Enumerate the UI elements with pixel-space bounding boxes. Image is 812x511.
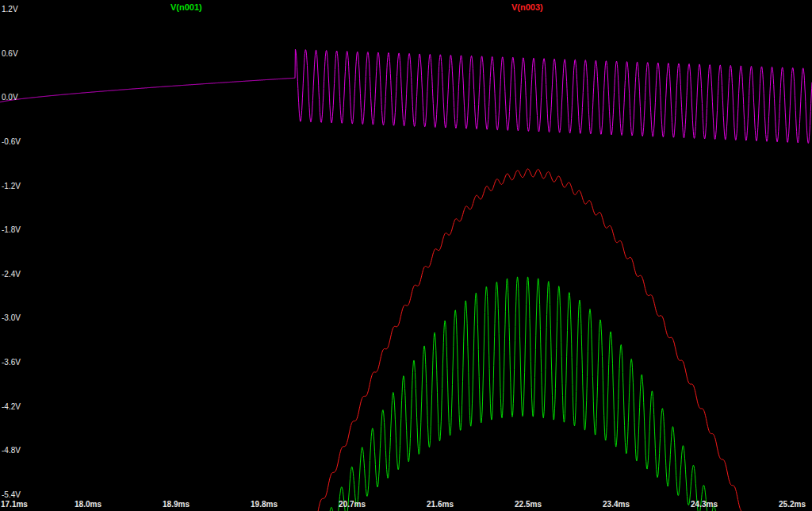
- x-axis-tick-label: 23.4ms: [603, 500, 630, 509]
- y-axis-tick-label: -2.4V: [2, 270, 21, 279]
- x-axis-tick-label: 20.7ms: [339, 500, 366, 509]
- y-axis-tick-label: -4.8V: [2, 446, 21, 455]
- legend-label-vn003[interactable]: V(n003): [511, 2, 543, 12]
- legend-label-vn001[interactable]: V(n001): [170, 2, 202, 12]
- waveform-viewer: V(n001) V(n003) 1.2V0.6V0.0V-0.6V-1.2V-1…: [0, 0, 812, 511]
- y-axis-tick-label: -5.4V: [2, 490, 21, 500]
- y-axis-tick-label: 0.0V: [2, 93, 18, 102]
- x-axis-tick-label: 18.0ms: [75, 500, 102, 509]
- x-axis-tick-label: 24.3ms: [691, 500, 718, 509]
- y-axis-tick-label: 0.6V: [2, 49, 18, 59]
- y-axis-tick-label: -3.6V: [2, 358, 21, 367]
- y-axis-tick-label: -0.6V: [2, 137, 21, 147]
- y-axis-tick-label: -4.2V: [2, 402, 21, 412]
- y-axis-tick-label: 1.2V: [2, 5, 18, 14]
- x-axis-tick-label: 21.6ms: [427, 500, 454, 509]
- y-axis-tick-label: -3.0V: [2, 313, 21, 323]
- waveform-plot[interactable]: [0, 0, 812, 511]
- x-axis-tick-label: 17.1ms: [1, 500, 28, 509]
- y-axis-tick-label: -1.2V: [2, 182, 21, 191]
- x-axis-tick-label: 22.5ms: [515, 500, 542, 509]
- x-axis-tick-label: 18.9ms: [163, 500, 190, 509]
- trace-unlabeled: [0, 49, 812, 143]
- x-axis-tick-label: 25.2ms: [779, 500, 806, 509]
- y-axis-tick-label: -1.8V: [2, 225, 21, 235]
- trace-vn001: [308, 277, 737, 511]
- x-axis-tick-label: 19.8ms: [251, 500, 278, 509]
